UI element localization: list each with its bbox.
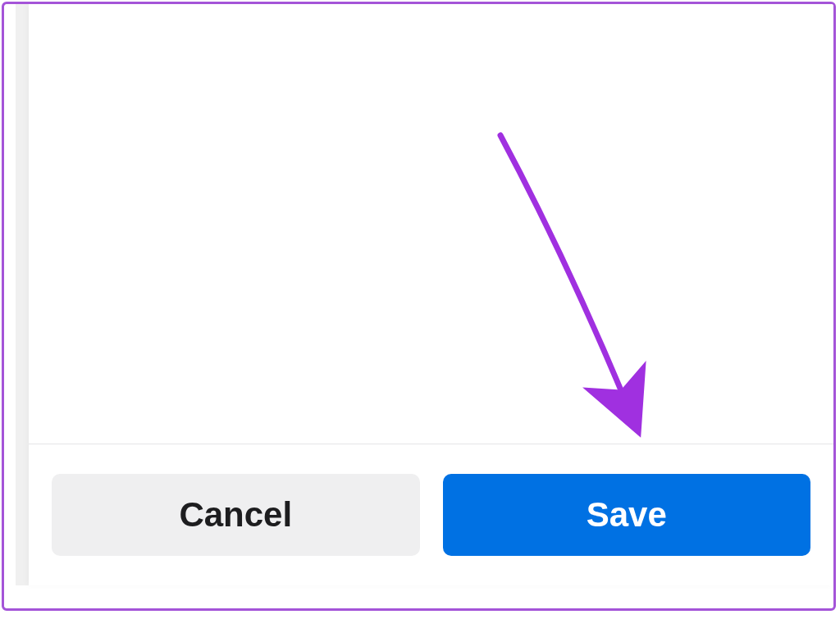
modal-dialog: Cancel Save [29,4,833,585]
background-layer-edge [16,4,29,585]
save-button[interactable]: Save [443,474,811,556]
screenshot-frame: Cancel Save [2,2,836,611]
save-button-label: Save [587,495,667,534]
modal-body [29,4,833,444]
cancel-button[interactable]: Cancel [52,474,420,556]
cancel-button-label: Cancel [179,495,292,534]
modal-footer: Cancel Save [29,444,833,585]
